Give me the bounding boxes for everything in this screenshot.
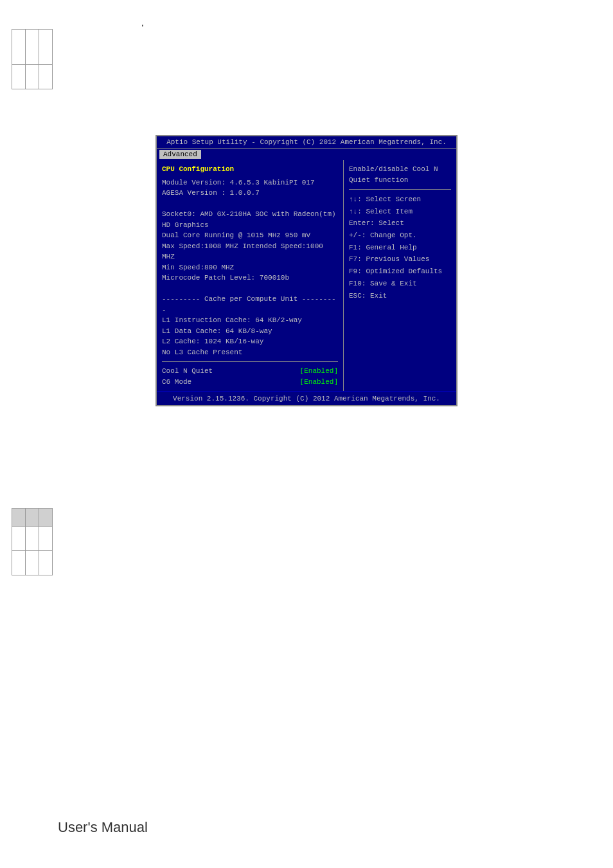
top-table-cell-r2c1 xyxy=(12,65,26,89)
bios-info-line-5: Max Speed:1008 MHZ Intended Speed:1000 M… xyxy=(162,241,338,262)
bios-key-list: ↑↓: Select Screen ↑↓: Select Item Enter:… xyxy=(349,194,451,302)
bios-info-line-11: L1 Data Cache: 64 KB/8-way xyxy=(162,326,338,337)
bios-key-save-exit: F10: Save & Exit xyxy=(349,278,451,290)
bios-title-bar: Aptio Setup Utility - Copyright (C) 2012… xyxy=(157,136,456,149)
bios-key-general-help: F1: General Help xyxy=(349,242,451,254)
top-table-cell-r2c2 xyxy=(26,65,39,89)
top-table xyxy=(12,29,53,89)
bottom-table-header-3 xyxy=(39,509,53,527)
bios-divider xyxy=(162,361,338,362)
bios-setting-cool-n-quiet-value: [Enabled] xyxy=(300,366,338,377)
bottom-table-cell-r2c1 xyxy=(12,551,26,575)
bios-info-line-3: Socket0: AMD GX-210HA SOC with Radeon(tm… xyxy=(162,209,338,230)
bios-info-line-0: Module Version: 4.6.5.3 KabiniPI 017 xyxy=(162,177,338,188)
bios-key-optimized-defaults: F9: Optimized Defaults xyxy=(349,266,451,278)
bios-info-line-2 xyxy=(162,199,338,210)
bios-key-select-item: ↑↓: Select Item xyxy=(349,206,451,218)
bios-info-line-7: Microcode Patch Level: 700010b xyxy=(162,273,338,284)
bottom-table-cell-r1c3 xyxy=(39,527,53,551)
bottom-table-cell-r1c2 xyxy=(26,527,39,551)
bottom-table-cell-r1c1 xyxy=(12,527,26,551)
bios-key-select-screen: ↑↓: Select Screen xyxy=(349,194,451,206)
bios-right-panel: Enable/disable Cool N Quiet function ↑↓:… xyxy=(344,160,456,391)
bottom-table-header-1 xyxy=(12,509,26,527)
bottom-table xyxy=(12,508,53,575)
bios-setting-c6-mode-label: C6 Mode xyxy=(162,377,191,388)
bios-key-change-opt: +/-: Change Opt. xyxy=(349,230,451,242)
bios-key-previous-values: F7: Previous Values xyxy=(349,253,451,266)
top-table-cell-r2c3 xyxy=(39,65,53,89)
bios-setting-cool-n-quiet: Cool N Quiet [Enabled] xyxy=(162,366,338,377)
bios-setting-cool-n-quiet-label: Cool N Quiet xyxy=(162,366,213,377)
top-comma: , xyxy=(141,18,144,28)
bottom-table-header-2 xyxy=(26,509,39,527)
bios-key-enter: Enter: Select xyxy=(349,217,451,230)
users-manual-label: User's Manual xyxy=(58,819,148,836)
bios-screenshot: Aptio Setup Utility - Copyright (C) 2012… xyxy=(155,135,458,406)
bios-tab-row: Advanced xyxy=(157,149,456,160)
bios-info-line-8 xyxy=(162,284,338,294)
bottom-table-cell-r2c2 xyxy=(26,551,39,575)
top-table-cell-r1c2 xyxy=(26,30,39,65)
top-table-cell-r1c1 xyxy=(12,30,26,65)
bios-footer: Version 2.15.1236. Copyright (C) 2012 Am… xyxy=(157,391,456,405)
bios-info-line-12: L2 Cache: 1024 KB/16-way xyxy=(162,336,338,347)
bios-left-panel: CPU Configuration Module Version: 4.6.5.… xyxy=(157,160,344,391)
bios-setting-c6-mode: C6 Mode [Enabled] xyxy=(162,377,338,388)
bios-section-title: CPU Configuration xyxy=(162,164,338,175)
bios-tab-advanced: Advanced xyxy=(159,150,201,159)
bios-content-area: CPU Configuration Module Version: 4.6.5.… xyxy=(157,160,456,391)
top-table-cell-r1c3 xyxy=(39,30,53,65)
bios-right-divider xyxy=(349,189,451,190)
bottom-table-cell-r2c3 xyxy=(39,551,53,575)
bios-key-esc: ESC: Exit xyxy=(349,290,451,302)
bios-info-line-6: Min Speed:800 MHZ xyxy=(162,262,338,273)
bios-info-line-1: AGESA Version : 1.0.0.7 xyxy=(162,188,338,199)
bios-info-line-4: Dual Core Running @ 1015 MHz 950 mV xyxy=(162,230,338,241)
bios-info-line-9: --------- Cache per Compute Unit -------… xyxy=(162,294,338,315)
bios-info-line-13: No L3 Cache Present xyxy=(162,347,338,358)
bios-info-line-10: L1 Instruction Cache: 64 KB/2-way xyxy=(162,315,338,326)
bios-setting-c6-mode-value: [Enabled] xyxy=(300,377,338,388)
bios-help-text: Enable/disable Cool N Quiet function xyxy=(349,164,451,185)
